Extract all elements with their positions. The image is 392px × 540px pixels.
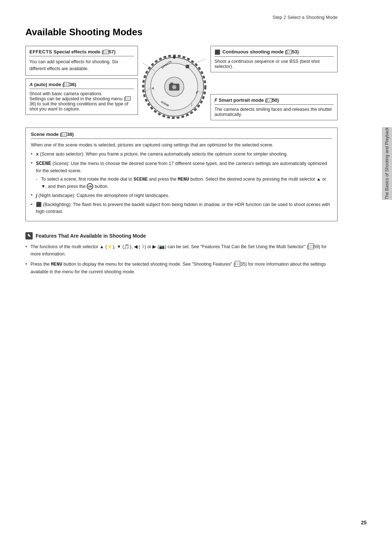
continuous-page-ref: □□53) <box>287 49 299 55</box>
continuous-title-text: Continuous shooting mode ( <box>222 49 287 55</box>
effects-page-ref: □□57) <box>103 49 116 55</box>
effects-title-rest: Special effects mode ( <box>53 49 103 55</box>
svg-point-18 <box>173 56 176 59</box>
scene-sub-item: To select a scene, first rotate the mode… <box>36 176 332 190</box>
svg-point-6 <box>172 85 176 89</box>
left-column: EFFECTS Special effects mode (□□57) You … <box>25 46 138 124</box>
scene-backlight-icon: ⬛ <box>36 202 42 207</box>
scene-title-text: Scene mode ( <box>31 132 62 137</box>
step-header: Step 2 Select a Shooting Mode <box>25 15 338 20</box>
scene-item-scene: SCENE (Scene): Use the menu to choose th… <box>31 160 332 190</box>
effects-box: EFFECTS Special effects mode (□□57) You … <box>25 46 138 76</box>
scene-item-auto-selector: x (Scene auto selector): When you frame … <box>31 151 332 158</box>
features-list: The functions of the multi selector ▲ (⚡… <box>25 243 338 276</box>
page-title: Available Shooting Modes <box>25 27 338 38</box>
scene-scene-text: (Scene): Use the menu to choose the desi… <box>36 161 327 173</box>
scene-sub-list: To select a scene, first rotate the mode… <box>36 176 332 190</box>
features-item-2-text: Press the MENU button to display the men… <box>30 262 326 275</box>
scene-item-night: j (Night landscape): Captures the atmosp… <box>31 192 332 199</box>
svg-rect-7 <box>171 82 173 84</box>
auto-page-ref: □□36) <box>64 82 76 87</box>
auto-body-line1: Shoot with basic camera operations. <box>29 91 134 96</box>
continuous-icon: ⬛ <box>215 49 220 55</box>
scene-intro: When one of the scene modes is selected,… <box>31 142 332 149</box>
effects-label: EFFECTS <box>29 49 52 55</box>
side-tab[interactable]: The Basics of Shooting and Playback <box>382 127 392 200</box>
smart-portrait-page-ref: □□50) <box>267 97 279 103</box>
camera-dial-svg: EFFECTS ⬛ SCENE F j A <box>140 49 209 121</box>
smart-portrait-body: The camera detects smiling faces and rel… <box>215 107 334 117</box>
scene-title: Scene mode (□□38) <box>31 132 332 139</box>
features-item-multiselector: The functions of the multi selector ▲ (⚡… <box>25 243 338 258</box>
continuous-title: ⬛ Continuous shooting mode (□□53) <box>215 49 334 57</box>
scene-auto-icon: x <box>36 152 39 157</box>
scene-night-text: (Night landscape): Captures the atmosphe… <box>38 193 170 198</box>
scene-backlight-text: (Backlighting): The flash fires to preve… <box>36 202 330 214</box>
features-title-text: Features That Are Available in Shooting … <box>36 233 146 239</box>
or-label: or <box>147 244 151 249</box>
auto-box-title: A (auto) mode (□□36) <box>29 82 134 89</box>
features-item-menu: Press the MENU button to display the men… <box>25 261 338 276</box>
auto-a-label: A <box>29 82 33 87</box>
or-text: or <box>322 177 326 182</box>
smart-portrait-f: F <box>215 97 217 103</box>
scene-night-icon: j <box>36 193 37 198</box>
scene-page-ref-icon: □□ <box>62 132 67 137</box>
right-column: ⬛ Continuous shooting mode (□□53) Shoot … <box>211 46 338 124</box>
smart-portrait-box: F Smart portrait mode (□□50) The camera … <box>211 94 338 120</box>
continuous-body: Shoot a continuous sequence or use BSS (… <box>215 59 334 69</box>
features-note-icon: ✎ <box>25 232 33 239</box>
auto-box: A (auto) mode (□□36) Shoot with basic ca… <box>25 78 138 115</box>
scene-item-backlight: ⬛ (Backlighting): The flash fires to pre… <box>31 201 332 215</box>
page-number: 25 <box>361 520 367 525</box>
continuous-box: ⬛ Continuous shooting mode (□□53) Shoot … <box>211 46 338 72</box>
scene-sub-text: To select a scene, first rotate the mode… <box>41 177 326 189</box>
effects-body: You can add special effects for shooting… <box>29 59 134 72</box>
svg-text:⬛: ⬛ <box>185 65 189 69</box>
effects-box-title: EFFECTS Special effects mode (□□57) <box>29 49 134 56</box>
features-title: ✎ Features That Are Available in Shootin… <box>25 232 338 239</box>
ok-circle-icon: ok <box>87 183 93 190</box>
auto-title-rest: (auto) mode ( <box>34 82 64 87</box>
diagram-section: EFFECTS Special effects mode (□□57) You … <box>25 46 338 124</box>
camera-dial-area: EFFECTS ⬛ SCENE F j A <box>138 46 211 124</box>
scene-scene-icon: SCENE <box>36 161 51 166</box>
scene-auto-text: (Scene auto selector): When you frame a … <box>40 152 287 157</box>
features-section: ✎ Features That Are Available in Shootin… <box>25 232 338 276</box>
scene-section: Scene mode (□□38) When one of the scene … <box>25 128 338 221</box>
scene-page-ref-num: 38) <box>67 132 74 137</box>
scene-list: x (Scene auto selector): When you frame … <box>31 151 332 215</box>
smart-portrait-title: F Smart portrait mode (□□50) <box>215 97 334 105</box>
svg-text:A: A <box>151 86 154 90</box>
smart-portrait-title-rest: Smart portrait mode ( <box>219 97 267 103</box>
features-item-1-text: The functions of the multi selector ▲ (⚡… <box>30 244 327 257</box>
auto-body-line2: Settings can be adjusted in the shooting… <box>29 96 134 112</box>
